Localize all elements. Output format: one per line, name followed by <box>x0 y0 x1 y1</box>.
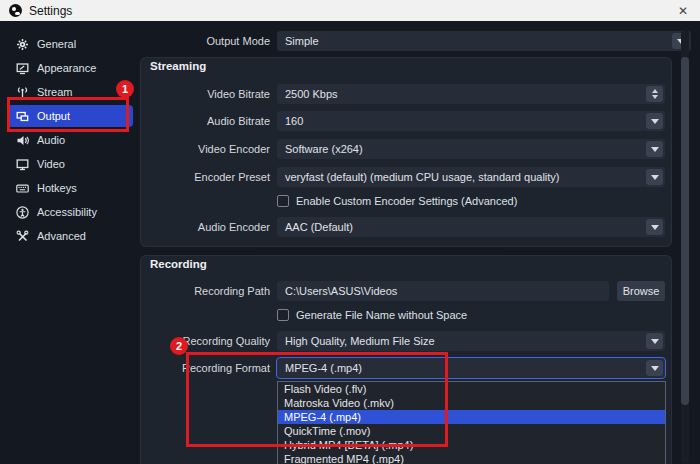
video-bitrate-value: 2500 Kbps <box>285 88 338 100</box>
encoder-preset-value: veryfast (default) (medium CPU usage, st… <box>285 171 560 183</box>
sidebar-item-accessibility[interactable]: Accessibility <box>8 201 133 223</box>
audio-bitrate-select[interactable]: 160 <box>277 111 665 131</box>
custom-encoder-checkbox-row[interactable]: Enable Custom Encoder Settings (Advanced… <box>277 195 517 207</box>
encoder-preset-select[interactable]: veryfast (default) (medium CPU usage, st… <box>277 167 665 187</box>
scrollbar-thumb[interactable] <box>681 57 689 405</box>
chevron-down-icon[interactable] <box>646 333 663 349</box>
window-title: Settings <box>29 4 72 18</box>
title-bar: Settings ✕ <box>0 0 700 21</box>
appearance-icon <box>16 62 29 75</box>
recording-header: Recording <box>150 258 207 270</box>
sidebar-item-label: Audio <box>37 134 65 146</box>
filename-checkbox-label: Generate File Name without Space <box>296 309 467 321</box>
video-encoder-label: Video Encoder <box>135 139 270 159</box>
recording-quality-value: High Quality, Medium File Size <box>285 335 435 347</box>
sidebar-item-label: Advanced <box>37 230 86 242</box>
video-encoder-value: Software (x264) <box>285 143 363 155</box>
audio-encoder-label: Audio Encoder <box>135 217 270 237</box>
chevron-down-icon[interactable] <box>646 360 663 376</box>
audio-bitrate-value: 160 <box>285 115 303 127</box>
output-mode-label: Output Mode <box>135 31 270 51</box>
sidebar-item-label: Accessibility <box>37 206 97 218</box>
sidebar-item-label: Hotkeys <box>37 182 77 194</box>
streaming-header: Streaming <box>150 60 206 72</box>
sidebar-item-video[interactable]: Video <box>8 153 133 175</box>
output-mode-select[interactable]: Simple <box>277 31 691 51</box>
sidebar-item-general[interactable]: General <box>8 33 133 55</box>
sidebar-item-appearance[interactable]: Appearance <box>8 57 133 79</box>
recording-path-value: C:\Users\ASUS\Videos <box>285 285 397 297</box>
tools-icon <box>16 230 29 243</box>
recording-quality-label: Recording Quality <box>135 331 270 351</box>
video-icon <box>16 158 29 171</box>
sidebar-item-advanced[interactable]: Advanced <box>8 225 133 247</box>
audio-encoder-select[interactable]: AAC (Default) <box>277 217 665 237</box>
format-option[interactable]: Fragmented MP4 (.mp4) <box>278 452 665 464</box>
sidebar-item-label: Video <box>37 158 65 170</box>
chevron-down-icon[interactable] <box>646 169 663 185</box>
audio-bitrate-label: Audio Bitrate <box>135 111 270 131</box>
close-button[interactable]: ✕ <box>666 0 700 21</box>
encoder-preset-label: Encoder Preset <box>135 167 270 187</box>
scrollbar-track[interactable] <box>681 30 689 464</box>
gear-icon <box>16 38 29 51</box>
custom-encoder-checkbox-label: Enable Custom Encoder Settings (Advanced… <box>296 195 517 207</box>
spinner-arrows-icon[interactable] <box>646 86 663 102</box>
video-bitrate-input[interactable]: 2500 Kbps <box>277 84 665 104</box>
output-mode-value: Simple <box>285 35 319 47</box>
annotation-box-2 <box>186 352 448 447</box>
video-bitrate-label: Video Bitrate <box>135 84 270 104</box>
sidebar-item-label: General <box>37 38 76 50</box>
recording-quality-select[interactable]: High Quality, Medium File Size <box>277 331 665 351</box>
annotation-step-1: 1 <box>116 80 134 98</box>
sidebar-item-hotkeys[interactable]: Hotkeys <box>8 177 133 199</box>
obs-logo-icon <box>9 4 22 17</box>
accessibility-icon <box>16 206 29 219</box>
video-encoder-select[interactable]: Software (x264) <box>277 139 665 159</box>
recording-path-label: Recording Path <box>135 281 270 301</box>
recording-path-input[interactable]: C:\Users\ASUS\Videos <box>277 281 609 301</box>
checkbox-unchecked[interactable] <box>277 195 289 207</box>
chevron-down-icon[interactable] <box>646 113 663 129</box>
keyboard-icon <box>16 182 29 195</box>
filename-checkbox-row[interactable]: Generate File Name without Space <box>277 309 467 321</box>
audio-icon <box>16 134 29 147</box>
annotation-box-1 <box>7 97 129 132</box>
sidebar-item-label: Appearance <box>37 62 96 74</box>
chevron-down-icon[interactable] <box>646 219 663 235</box>
sidebar-item-audio[interactable]: Audio <box>8 129 133 151</box>
checkbox-unchecked[interactable] <box>277 309 289 321</box>
browse-button[interactable]: Browse <box>617 281 665 301</box>
annotation-step-2: 2 <box>170 337 188 355</box>
audio-encoder-value: AAC (Default) <box>285 221 353 233</box>
chevron-down-icon[interactable] <box>646 141 663 157</box>
